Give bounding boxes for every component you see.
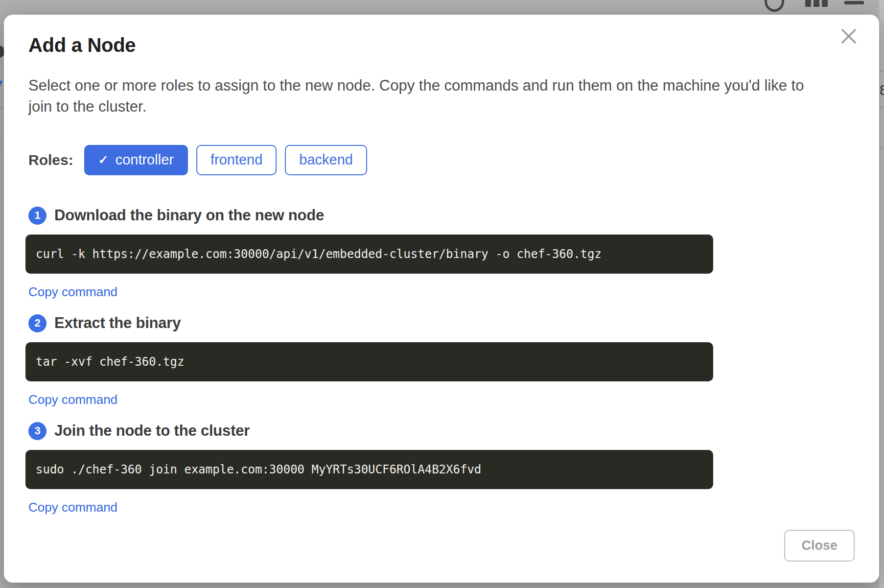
- notification-bell-icon: [765, 0, 784, 12]
- avatar-fragment: [0, 46, 4, 58]
- modal-footer: Close: [28, 530, 855, 562]
- background-number-right: 8: [880, 82, 884, 98]
- step-title: Join the node to the cluster: [54, 422, 250, 440]
- modal-title: Add a Node: [28, 34, 855, 56]
- copy-command-link[interactable]: Copy command: [28, 500, 117, 515]
- modal-description: Select one or more roles to assign to th…: [28, 75, 855, 118]
- step-title: Extract the binary: [54, 314, 181, 332]
- role-button-backend[interactable]: backend: [285, 145, 367, 175]
- divider: [0, 143, 4, 144]
- background-left-edge: 7: [0, 0, 4, 588]
- copy-command-link[interactable]: Copy command: [28, 392, 117, 407]
- close-button[interactable]: Close: [784, 530, 855, 562]
- roles-row: Roles: ✓ controller frontend backend: [28, 145, 855, 175]
- divider: [879, 107, 884, 108]
- role-label: backend: [299, 152, 353, 168]
- copy-command-link[interactable]: Copy command: [28, 284, 117, 300]
- step-number-badge: 3: [28, 422, 47, 440]
- step-number-badge: 2: [28, 314, 47, 332]
- role-label: controller: [116, 152, 174, 168]
- command-code-block[interactable]: curl -k https://example.com:30000/api/v1…: [25, 235, 713, 274]
- divider: [879, 71, 884, 71]
- close-icon[interactable]: [840, 27, 858, 45]
- step-section-2: 2 Extract the binary tar -xvf chef-360.t…: [28, 314, 855, 407]
- background-number-left: 7: [0, 77, 3, 94]
- command-code-block[interactable]: tar -xvf chef-360.tgz: [25, 342, 713, 381]
- role-button-controller[interactable]: ✓ controller: [84, 145, 188, 175]
- role-button-frontend[interactable]: frontend: [196, 145, 277, 175]
- columns-chart-icon: [805, 0, 811, 7]
- columns-chart-icon: [822, 0, 828, 7]
- columns-chart-icon: [814, 0, 819, 7]
- step-title: Download the binary on the new node: [54, 207, 324, 224]
- roles-label: Roles:: [28, 152, 73, 168]
- role-label: frontend: [210, 152, 262, 168]
- hamburger-menu-icon: [844, 1, 864, 4]
- step-number-badge: 1: [28, 207, 47, 225]
- divider: [0, 108, 4, 109]
- step-section-3: 3 Join the node to the cluster sudo ./ch…: [28, 422, 855, 515]
- step-section-1: 1 Download the binary on the new node cu…: [28, 207, 855, 300]
- add-node-modal: Add a Node Select one or more roles to a…: [4, 15, 879, 583]
- command-code-block[interactable]: sudo ./chef-360 join example.com:30000 M…: [25, 450, 713, 489]
- background-right-edge: 8: [879, 0, 884, 588]
- check-icon: ✓: [98, 153, 109, 167]
- divider: [879, 148, 884, 149]
